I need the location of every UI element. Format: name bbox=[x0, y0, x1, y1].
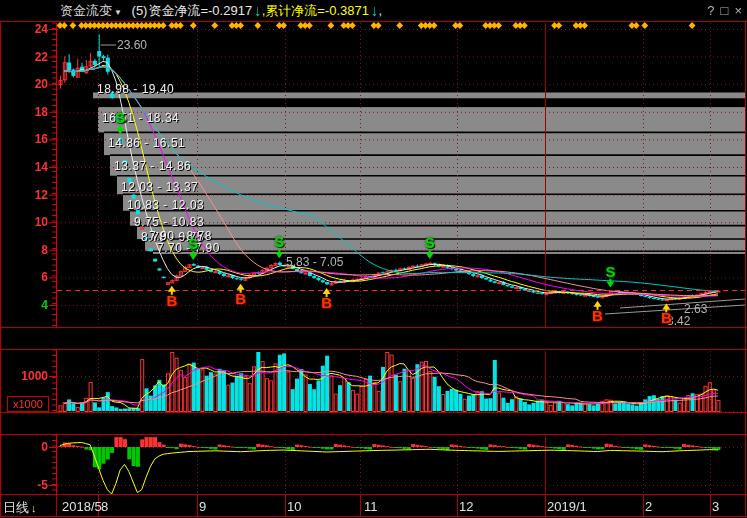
y-axis-tick: 12 bbox=[2, 188, 48, 202]
sell-marker: S bbox=[605, 265, 615, 279]
volume-axis-tick: 1000 bbox=[2, 369, 48, 383]
help-icon[interactable]: ? bbox=[707, 3, 714, 18]
price-band-label: 13.37 - 14.86 bbox=[114, 159, 191, 173]
panel-icons: ?□× bbox=[701, 0, 742, 21]
chart-canvas[interactable] bbox=[0, 0, 747, 518]
flow-params: (5) bbox=[132, 3, 149, 18]
y-axis-tick: 22 bbox=[2, 50, 48, 64]
price-band-label: 10.83 - 12.03 bbox=[127, 198, 204, 212]
flow-indicator-header: 资金流变▼ (5)资金净流=-0.2917↓,累计净流=-0.3871↓, ?□… bbox=[0, 0, 747, 21]
indicator-value: 资金净流=-0.2917 bbox=[148, 3, 252, 18]
stock-chart-window: { "colors":{"up":"#ff3232","down":"#00e6… bbox=[0, 0, 747, 518]
buy-marker: B bbox=[166, 294, 177, 308]
date-axis-label: 2019/1 bbox=[547, 499, 587, 514]
flow-axis-tick: 0 bbox=[2, 440, 48, 454]
volume-unit-label: x1000 bbox=[7, 396, 49, 412]
flow-axis-tick: -5 bbox=[2, 478, 48, 492]
chevron-down-icon: ↓ bbox=[31, 502, 37, 514]
maximize-icon[interactable]: □ bbox=[721, 3, 729, 18]
buy-marker: B bbox=[661, 311, 672, 325]
date-axis-label: 10 bbox=[287, 499, 301, 514]
buy-marker: B bbox=[321, 296, 332, 310]
price-band-label: 14.86 - 16.51 bbox=[108, 136, 185, 150]
close-icon[interactable]: × bbox=[734, 3, 742, 18]
indicator-value: (5) bbox=[132, 3, 148, 18]
chevron-down-icon: ▼ bbox=[114, 8, 122, 17]
buy-marker: B bbox=[592, 309, 603, 323]
buy-marker: B bbox=[235, 292, 246, 306]
date-axis-label: 2018/5 bbox=[62, 499, 102, 514]
sell-marker: S bbox=[188, 237, 198, 251]
price-band-label: 16.51 - 18.34 bbox=[102, 111, 179, 125]
flow-values: 资金净流=-0.2917↓,累计净流=-0.3871↓, bbox=[148, 3, 383, 18]
y-axis-tick: 10 bbox=[2, 215, 48, 229]
y-axis-tick: 6 bbox=[2, 270, 48, 284]
y-axis-tick: 8 bbox=[2, 243, 48, 257]
price-band-label: 12.03 - 13.37 bbox=[121, 180, 198, 194]
down-arrow-icon: ↓ bbox=[254, 0, 261, 24]
sell-marker: S bbox=[115, 111, 125, 125]
date-axis-label: 11 bbox=[364, 499, 378, 514]
date-axis-label: 2 bbox=[645, 499, 652, 514]
y-axis-tick: 14 bbox=[2, 160, 48, 174]
y-axis-tick: 20 bbox=[2, 77, 48, 91]
date-axis-label: 12 bbox=[459, 499, 473, 514]
price-band-label: 18.98 - 19.40 bbox=[97, 82, 174, 96]
y-axis-tick: 4 bbox=[2, 298, 48, 312]
date-axis-label: 8 bbox=[101, 499, 108, 514]
indicator-value: , bbox=[378, 3, 382, 18]
date-axis-label: 9 bbox=[199, 499, 206, 514]
sell-marker: S bbox=[425, 236, 435, 250]
flow-selector[interactable]: 资金流变▼ bbox=[60, 3, 122, 18]
y-axis-tick: 16 bbox=[2, 132, 48, 146]
period-selector[interactable]: 日线↓ bbox=[3, 499, 37, 517]
y-axis-tick: 24 bbox=[2, 22, 48, 36]
chart-annotation: 23.60 bbox=[117, 38, 147, 52]
price-band-label: 9.75 - 10.83 bbox=[134, 215, 204, 229]
chart-annotation: 5.83 - 7.05 bbox=[286, 255, 343, 269]
down-arrow-icon: ↓ bbox=[371, 0, 378, 24]
y-axis-tick: 18 bbox=[2, 105, 48, 119]
sell-marker: S bbox=[274, 235, 284, 249]
indicator-value: ,累计净流=-0.3871 bbox=[262, 3, 369, 18]
date-axis-label: 3 bbox=[712, 499, 719, 514]
